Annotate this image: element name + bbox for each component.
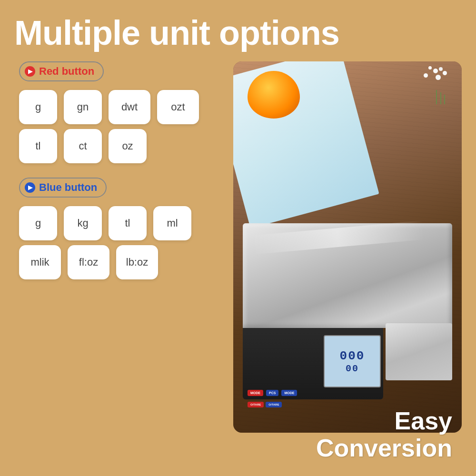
- red-unit-grid-row2: tl ct oz: [19, 129, 219, 163]
- unit-btn-g-blue[interactable]: g: [19, 206, 57, 240]
- unit-btn-kg[interactable]: kg: [64, 206, 102, 240]
- blue-unit-grid-row1: g kg tl ml: [19, 206, 219, 240]
- unit-btn-mlik[interactable]: mlik: [19, 245, 61, 279]
- unit-btn-oz[interactable]: oz: [109, 129, 147, 163]
- red-button-label-container: ▶ Red button: [19, 61, 104, 81]
- easy-conversion-container: Easy Conversion: [316, 407, 452, 462]
- blue-section: ▶ Blue button g kg tl ml mlik fl:oz lb:o…: [19, 178, 219, 279]
- scale-btn-pcs: PCS: [266, 390, 278, 396]
- easy-conversion-line2: Conversion: [316, 435, 452, 462]
- scale-btn-mode-blue: MODE: [281, 390, 297, 396]
- scale-btn-tare1: O/TARE: [248, 402, 264, 407]
- scale-photo-bg: 000 00 MODE PCS MODE O/TARE O/TARE: [233, 61, 462, 433]
- scale-buttons-row2: O/TARE O/TARE: [248, 402, 378, 407]
- unit-btn-ct[interactable]: ct: [64, 129, 102, 163]
- unit-btn-dwt[interactable]: dwt: [109, 90, 150, 124]
- red-unit-grid-row1: g gn dwt ozt: [19, 90, 219, 124]
- blue-unit-grid-row2: mlik fl:oz lb:oz: [19, 245, 219, 279]
- lcd-display: 000 00: [324, 335, 381, 387]
- unit-btn-tl-red[interactable]: tl: [19, 129, 57, 163]
- red-button-label: Red button: [39, 65, 94, 78]
- blue-button-label-container: ▶ Blue button: [19, 178, 107, 198]
- unit-btn-g-red[interactable]: g: [19, 90, 57, 124]
- blue-button-label: Blue button: [39, 181, 97, 194]
- unit-btn-gn[interactable]: gn: [64, 90, 102, 124]
- unit-btn-lboz[interactable]: lb:oz: [116, 245, 158, 279]
- unit-btn-tl-blue[interactable]: tl: [109, 206, 147, 240]
- unit-btn-ml[interactable]: ml: [153, 206, 191, 240]
- right-panel: 000 00 MODE PCS MODE O/TARE O/TARE: [233, 57, 466, 476]
- flower-cluster: [409, 66, 457, 104]
- easy-conversion-line1: Easy: [316, 407, 452, 435]
- left-panel: ▶ Red button g gn dwt ozt tl ct oz ▶ Blu…: [10, 57, 224, 476]
- fruit: [248, 71, 300, 119]
- scale-body: 000 00 MODE PCS MODE O/TARE O/TARE: [243, 223, 452, 404]
- unit-btn-ozt[interactable]: ozt: [157, 90, 199, 124]
- content-area: ▶ Red button g gn dwt ozt tl ct oz ▶ Blu…: [0, 57, 476, 476]
- blue-arrow-icon: ▶: [25, 182, 35, 193]
- scale-platform-small: [386, 323, 452, 380]
- page-title: Multiple unit options: [14, 14, 462, 52]
- scale-btn-tare2: O/TARE: [266, 402, 282, 407]
- scale-platform-large: [243, 223, 452, 328]
- platform-shine: [252, 221, 424, 255]
- page-container: Multiple unit options ▶ Red button g gn …: [0, 0, 476, 476]
- header: Multiple unit options: [0, 0, 476, 57]
- unit-btn-floz[interactable]: fl:oz: [68, 245, 109, 279]
- scale-btn-mode-red: MODE: [248, 390, 263, 396]
- lcd-row1: 000: [340, 349, 365, 363]
- red-arrow-icon: ▶: [25, 66, 35, 77]
- lcd-row2: 00: [346, 363, 359, 374]
- scale-image: 000 00 MODE PCS MODE O/TARE O/TARE: [233, 61, 462, 433]
- scale-buttons: MODE PCS MODE: [248, 390, 378, 396]
